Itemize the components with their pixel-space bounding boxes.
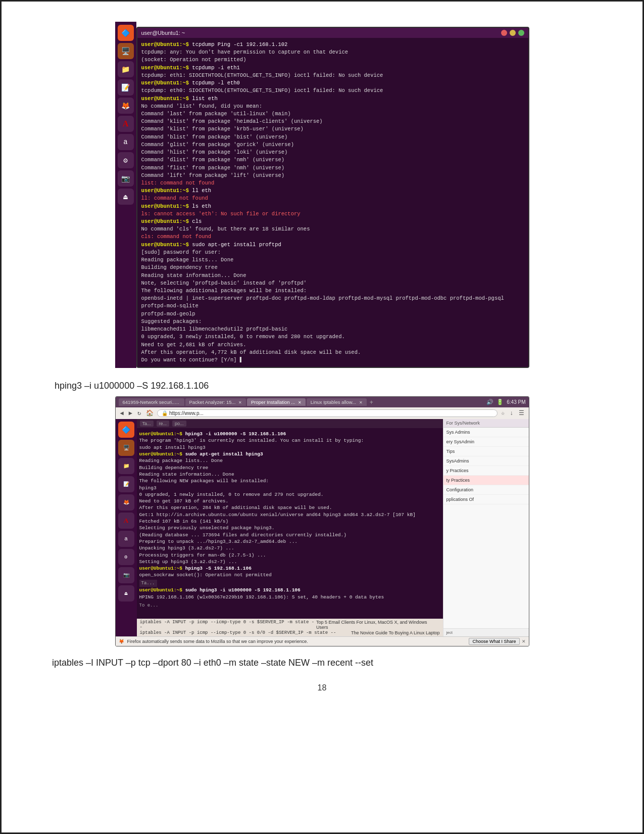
browser-titlebar: 641959-Network securi... ✕ Packet Analyz… (116, 397, 529, 407)
browser-main: Ta... re... po... user@Ubuntu1:~$ hping3… (137, 419, 529, 636)
reload-button[interactable]: ↻ (136, 409, 142, 418)
bottom-row-1: iptables -A INPUT -p icmp --icmp-type 0 … (140, 620, 440, 630)
tab-close-2[interactable]: ✕ (238, 400, 242, 405)
browser-navbar: ◀ ▶ ↻ 🏠 🔒 https://www.p... ☆ ↓ ☰ (116, 407, 529, 419)
downloads-icon[interactable]: ↓ (508, 409, 515, 418)
text-icon[interactable]: 📝 (118, 79, 134, 96)
terminal-screenshot-1: 🔷 🖥️ 📁 📝 🦊 A a ⚙️ 📷 ⏏️ user@Ubuntu1: ~ u… (115, 22, 529, 368)
files-icon-2[interactable]: 📁 (118, 458, 134, 474)
right-panel-item-1[interactable]: Sys Admins (443, 428, 529, 437)
term-line-b6: Building dependency tree (139, 465, 440, 471)
amazon-icon[interactable]: a (118, 134, 134, 150)
status-bar-close[interactable]: ✕ (522, 639, 526, 644)
status-bar-text: Firefox automatically sends some data to… (127, 639, 466, 644)
term-line-b25: To e... (139, 603, 440, 609)
right-panel-item-7[interactable]: Configuration (443, 485, 529, 495)
camera-icon[interactable]: 📷 (118, 170, 134, 187)
terminal-1-title: user@Ubuntu1: ~ (141, 30, 185, 36)
term-line: user@Ubuntu1:~$ ll eth (141, 187, 524, 195)
browser-tab-1[interactable]: 641959-Network securi... ✕ (119, 398, 184, 406)
bottom-text-left: iptables -A INPUT -p icmp --icmp-type 0 … (140, 620, 317, 630)
browser-icon[interactable]: 🦊 (118, 98, 134, 114)
eject-icon[interactable]: ⏏️ (118, 189, 134, 205)
a-icon-2[interactable]: A (118, 513, 134, 529)
home-button[interactable]: 🏠 (144, 409, 155, 418)
term-line-b7: Reading state information... Done (139, 471, 440, 478)
term-line-b23: user@Ubuntu1:~$ sudo hping3 -i u1000000 … (139, 587, 440, 593)
term-line: 0 upgraded, 3 newly installed, 0 to remo… (141, 333, 524, 341)
page-number: 18 (27, 683, 617, 692)
forward-button[interactable]: ▶ (127, 409, 134, 418)
tab-close-4[interactable]: ✕ (359, 400, 363, 405)
page-container: 🔷 🖥️ 📁 📝 🦊 A a ⚙️ 📷 ⏏️ user@Ubuntu1: ~ u… (0, 0, 644, 834)
tab-close-3[interactable]: ✕ (298, 400, 302, 405)
browser-terminal-area: user@Ubuntu1:~$ hping3 -i u1000000 -S 19… (137, 428, 443, 619)
term-line: tcpdump: eth1: SIOCETHTOOL(ETHTOOL_GET_T… (141, 72, 524, 79)
gear-icon-2[interactable]: ⚙️ (118, 549, 134, 565)
term-line-b22: open_sockraw socket(): Operation not per… (139, 572, 440, 578)
choose-share-button[interactable]: Choose What I Share (469, 638, 519, 645)
term-line: Command 'last' from package 'util-linux'… (141, 110, 524, 118)
bookmark-icon[interactable]: ☆ (500, 409, 506, 418)
content-tab-3[interactable]: po... (172, 421, 186, 427)
term-line: list: command not found (141, 179, 524, 187)
text-icon-2[interactable]: 📝 (118, 476, 134, 492)
maximize-icon[interactable] (518, 30, 524, 36)
right-panel-item-3[interactable]: Tips (443, 447, 529, 456)
camera-icon-2[interactable]: 📷 (118, 567, 134, 583)
browser-tab-4[interactable]: Linux Iptables allow... ✕ (307, 398, 367, 406)
content-tab-1[interactable]: Ta... (140, 421, 154, 427)
right-panel-item-8[interactable]: pplications Of (443, 495, 529, 504)
right-panel-item-4[interactable]: SysAdmins (443, 456, 529, 466)
right-panel-item-5[interactable]: y Practices (443, 466, 529, 476)
term-line-b15: Selecting previously unselected package … (139, 525, 440, 531)
back-button[interactable]: ◀ (119, 409, 125, 418)
term-line: user@Ubuntu1:~$ tcpdump -i eth1 (141, 64, 524, 72)
term-line: user@Ubuntu1:~$ tcpdump -l eth0 (141, 79, 524, 87)
ubuntu-sidebar-1: 🔷 🖥️ 📁 📝 🦊 A a ⚙️ 📷 ⏏️ (115, 22, 136, 368)
browser-tab-2[interactable]: Packet Analyzer: 15... ✕ (185, 398, 246, 406)
term-line-b14: Fetched 107 kB in 6s (141 kB/s) (139, 518, 440, 525)
term-line-b8: The following NEW packages will be insta… (139, 478, 440, 484)
battery-icon: 🔋 (497, 399, 504, 405)
minimize-icon[interactable] (510, 30, 516, 36)
term-line-b3: sudo apt install hping3 (139, 444, 440, 451)
close-icon[interactable] (501, 30, 507, 36)
section2-label: iptables –I INPUT –p tcp –dport 80 –i et… (52, 658, 617, 668)
a-icon[interactable]: A (118, 116, 134, 132)
term-line: Note, selecting 'proftpd-basic' instead … (141, 280, 524, 287)
right-panel-item-2[interactable]: ery SysAdmin (443, 437, 529, 447)
gear-icon[interactable]: ⚙️ (118, 152, 134, 168)
address-bar[interactable]: 🔒 https://www.p... (157, 409, 498, 417)
bottom-text-3: The Novice Guide To Buying A Linux Lapto… (351, 630, 439, 635)
term-line: ls: cannot access 'eth': No such file or… (141, 210, 524, 218)
right-panel-item-6[interactable]: ty Practices (443, 476, 529, 485)
term-line: tcpdump: any: You don't have permission … (141, 49, 524, 56)
term-line: libmencached11 libmencachedutil2 proftpd… (141, 326, 524, 333)
tab-close-1[interactable]: ✕ (179, 400, 182, 405)
menu-icon[interactable]: ☰ (517, 409, 526, 418)
terminal-icon-2[interactable]: 🖥️ (118, 440, 134, 456)
new-tab-button[interactable]: + (368, 399, 375, 406)
bottom-row-2: iptables -A INPUT -p icmp --icmp-type 0 … (140, 630, 440, 635)
browser-tab-3[interactable]: Proper Installation ... ✕ (247, 398, 306, 406)
terminal-1: user@Ubuntu1: ~ user@Ubuntu1:~$ tcpdump … (136, 27, 529, 368)
term-line: user@Ubuntu1:~$ cls (141, 218, 524, 225)
eject-icon-2[interactable]: ⏏️ (118, 585, 134, 601)
content-tab-2[interactable]: re... (157, 421, 170, 427)
bottom-text-2: iptables -A INPUT -p icmp --icmp-type 0 … (140, 630, 336, 635)
files-icon[interactable]: 📁 (118, 61, 134, 77)
firefox-icon-2[interactable]: 🦊 (118, 494, 134, 511)
term-line-b10: 0 upgraded, 1 newly installed, 0 to remo… (139, 491, 440, 498)
term-line: user@Ubuntu1:~$ list eth (141, 95, 524, 103)
browser-screenshot: 641959-Network securi... ✕ Packet Analyz… (115, 396, 529, 646)
terminal-icon[interactable]: 🖥️ (118, 43, 134, 59)
right-panel-footer-text: ject (447, 630, 526, 635)
amazon-icon-2[interactable]: a (118, 531, 134, 547)
term-line-b16: (Reading database ... 173694 files and d… (139, 532, 440, 538)
browser-right-panel: For Sys/Network Sys Admins ery SysAdmin … (443, 419, 529, 636)
browser-left-sidebar: 🔷 🖥️ 📁 📝 🦊 A a ⚙️ 📷 ⏏️ (116, 419, 137, 636)
term-line: Command 'flist' from package 'nmh' (univ… (141, 164, 524, 172)
term-line: tcpdump: eth0: SIOCETHTOOL(ETHTOOL_GET_T… (141, 87, 524, 95)
terminal-1-titlebar: user@Ubuntu1: ~ (137, 28, 528, 38)
